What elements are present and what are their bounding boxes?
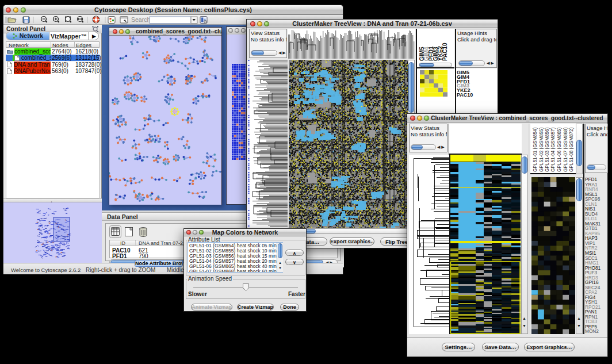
svg-text:PAC10: PAC10	[442, 43, 448, 61]
svg-text:Search:: Search:	[131, 16, 152, 23]
svg-text:GPL51-06 (GSM865): GPL51-06 (GSM865)	[557, 127, 562, 172]
svg-text:GPL51-03 (GSM856): GPL51-03 (GSM856)	[545, 127, 550, 172]
svg-text:GPL51-08 (GSM872): GPL51-08 (GSM872)	[569, 127, 574, 172]
svg-text:GPL51-01 (GSM854): GPL51-01 (GSM854)	[533, 127, 538, 172]
svg-text:GPL51-02 (GSM855): GPL51-02 (GSM855)	[539, 127, 544, 172]
svg-text:GPL51-07 (GSM868): GPL51-07 (GSM868)	[563, 127, 568, 172]
svg-text:GPL51-04 (GSM857): GPL51-04 (GSM857)	[550, 127, 556, 172]
